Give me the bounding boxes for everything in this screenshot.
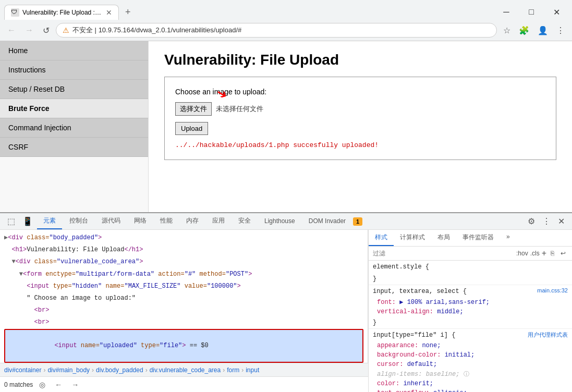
style-toggle-button[interactable]: ↩ <box>558 249 568 258</box>
address-prefix: 不安全 | <box>72 26 96 34</box>
style-tab-computed[interactable]: 计算样式 <box>394 230 431 246</box>
tab-favicon: 🛡 <box>11 8 19 17</box>
devtools-dots-button[interactable]: ⋮ <box>539 214 554 228</box>
file-input-row: 选择文件 未选择任何文件 <box>175 102 545 116</box>
devtools-tabs-bar: ⬚ 📱 元素 控制台 源代码 网络 性能 内存 应用 安全 Lighthouse… <box>0 213 572 230</box>
style-selector: input, textarea, select { <box>373 288 467 295</box>
dom-line: <h1>Vulnerability: File Upload</h1> <box>0 244 368 256</box>
security-icon: ⚠ <box>63 26 69 34</box>
tab-sources[interactable]: 源代码 <box>95 213 127 229</box>
devtools-close-button[interactable]: ✕ <box>555 214 568 228</box>
search-icon-left[interactable]: ◎ <box>36 379 48 390</box>
style-selector: element.style { <box>373 263 429 271</box>
style-prop-bg-color: background-color: initial; <box>369 350 572 360</box>
devtools-more-actions: ⚙ ⋮ ✕ <box>525 214 568 228</box>
style-copy-button[interactable]: ⎘ <box>549 249 556 258</box>
dom-line: ▼<div class="vulnerable_code_area"> <box>0 256 368 268</box>
style-selector: input[type="file" i] { <box>373 332 455 339</box>
style-rule-close: } <box>369 273 572 285</box>
extensions-button[interactable]: 🧩 <box>516 23 532 38</box>
bookmark-button[interactable]: ☆ <box>500 23 514 38</box>
info-icon: ⓘ <box>464 371 469 377</box>
back-button[interactable]: ← <box>4 23 19 37</box>
left-match-count: 0 matches <box>4 381 33 388</box>
forward-button[interactable]: → <box>22 23 36 37</box>
browser-tab[interactable]: 🛡 Vulnerability: File Upload :: Da ✕ <box>4 5 119 20</box>
dom-line: " Choose an image to upload:" <box>0 292 368 304</box>
sidebar-item-brute-force[interactable]: Brute Force <box>0 99 148 118</box>
style-source-link[interactable]: main.css:32 <box>537 287 568 293</box>
devtools-inspect-button[interactable]: ⬚ <box>4 214 18 228</box>
tab-performance[interactable]: 性能 <box>154 213 179 229</box>
tab-elements[interactable]: 元素 <box>37 213 62 229</box>
sidebar-item-instructions[interactable]: Instructions <box>0 60 148 80</box>
style-tab-layout[interactable]: 布局 <box>431 230 456 246</box>
styles-tabs: 样式 计算样式 布局 事件监听器 » <box>369 230 572 247</box>
title-bar: 🛡 Vulnerability: File Upload :: Da ✕ + ─… <box>0 0 572 20</box>
dom-line: <br> <box>0 304 368 316</box>
filter-hov[interactable]: :hov <box>516 250 528 257</box>
maximize-button[interactable]: □ <box>520 4 543 20</box>
filter-cls[interactable]: .cls <box>530 250 540 257</box>
style-prop-color: color: inherit; <box>369 379 572 388</box>
style-source-ua: 用户代理样式表 <box>528 331 568 339</box>
devtools-settings-button[interactable]: ⚙ <box>525 214 538 228</box>
style-rule-input: main.css:32 input, textarea, select { fo… <box>369 285 572 329</box>
crumb-form[interactable]: form <box>227 366 239 374</box>
sidebar-item-setup[interactable]: Setup / Reset DB <box>0 80 148 99</box>
new-tab-button[interactable]: + <box>121 5 135 20</box>
crumb-container[interactable]: div#container <box>4 366 41 374</box>
upload-button[interactable]: Upload <box>175 122 208 135</box>
profile-button[interactable]: 👤 <box>534 23 551 38</box>
style-prop-font: font: ▶ 100% arial,sans-serif; <box>369 297 572 307</box>
browser-chrome: 🛡 Vulnerability: File Upload :: Da ✕ + ─… <box>0 0 572 41</box>
tab-close-icon[interactable]: ✕ <box>106 8 112 17</box>
crumb-main-body[interactable]: div#main_body <box>47 366 90 374</box>
success-message: ../../hackable/uploads/1.php succesfully… <box>175 141 545 149</box>
menu-button[interactable]: ⋮ <box>553 23 568 38</box>
tab-title: Vulnerability: File Upload :: Da <box>22 9 103 16</box>
style-tab-more[interactable]: » <box>500 230 516 246</box>
style-tab-styles[interactable]: 样式 <box>369 230 394 246</box>
styles-panel: 样式 计算样式 布局 事件监听器 » :hov .cls + ⎘ ↩ <box>369 230 572 392</box>
sidebar-item-home[interactable]: Home <box>0 41 148 60</box>
style-prop-text-overflow: text-overflow: ellipsis; <box>369 388 572 392</box>
address-bar[interactable]: ⚠ 不安全 | 10.9.75.164/dvwa_2.0.1/vulnerabi… <box>56 23 497 38</box>
close-button[interactable]: ✕ <box>545 4 568 20</box>
tab-security[interactable]: 安全 <box>232 213 257 229</box>
styles-filter-input[interactable] <box>373 250 514 257</box>
breadcrumb-bar: div#container › div#main_body › div.body… <box>0 363 368 376</box>
dom-panel: ▶<div class="body_padded"> <h1>Vulnerabi… <box>0 230 368 363</box>
page-area: 🛡 Vulnerability: File Upload :: Da ✕ + ─… <box>0 0 572 392</box>
devtools-phone-button[interactable]: 📱 <box>19 214 36 228</box>
no-file-text: 未选择任何文件 <box>216 104 263 114</box>
style-tab-events[interactable]: 事件监听器 <box>456 230 500 246</box>
tab-lighthouse[interactable]: Lighthouse <box>258 214 301 229</box>
devtools-body: ▶<div class="body_padded"> <h1>Vulnerabi… <box>0 230 572 392</box>
style-prop-align-items: align-items: baseline; ⓘ <box>369 369 572 379</box>
tab-dom-invader[interactable]: DOM Invader <box>302 214 352 229</box>
tab-network[interactable]: 网络 <box>128 213 153 229</box>
refresh-button[interactable]: ↺ <box>40 23 53 38</box>
devtools-panel: ⬚ 📱 元素 控制台 源代码 网络 性能 内存 应用 安全 Lighthouse… <box>0 212 572 392</box>
choose-file-button[interactable]: 选择文件 <box>175 102 212 116</box>
window-controls: ─ □ ✕ <box>495 4 568 20</box>
crumb-vulnerable-code[interactable]: div.vulnerable_code_area <box>150 366 221 374</box>
crumb-input[interactable]: input <box>246 366 259 374</box>
style-prop-cursor: cursor: default; <box>369 360 572 369</box>
tab-application[interactable]: 应用 <box>206 213 231 229</box>
tab-memory[interactable]: 内存 <box>180 213 205 229</box>
dom-line-highlighted[interactable]: <input name="uploaded" type="file"> == $… <box>4 329 363 363</box>
style-rule-header: main.css:32 input, textarea, select { <box>369 285 572 297</box>
sidebar-item-command-injection[interactable]: Command Injection <box>0 118 148 138</box>
crumb-body-padded[interactable]: div.body_padded <box>96 366 143 374</box>
search-next-button[interactable]: → <box>68 379 82 390</box>
sidebar-item-csrf[interactable]: CSRF <box>0 138 148 157</box>
search-prev-button[interactable]: ← <box>52 379 65 390</box>
tab-console[interactable]: 控制台 <box>63 213 94 229</box>
style-rule-file-input: 用户代理样式表 input[type="file" i] { appearanc… <box>369 329 572 392</box>
style-prop-appearance: appearance: none; <box>369 341 572 350</box>
style-rule-header: element.style { <box>369 261 572 273</box>
minimize-button[interactable]: ─ <box>495 4 518 20</box>
filter-plus[interactable]: + <box>542 249 546 258</box>
